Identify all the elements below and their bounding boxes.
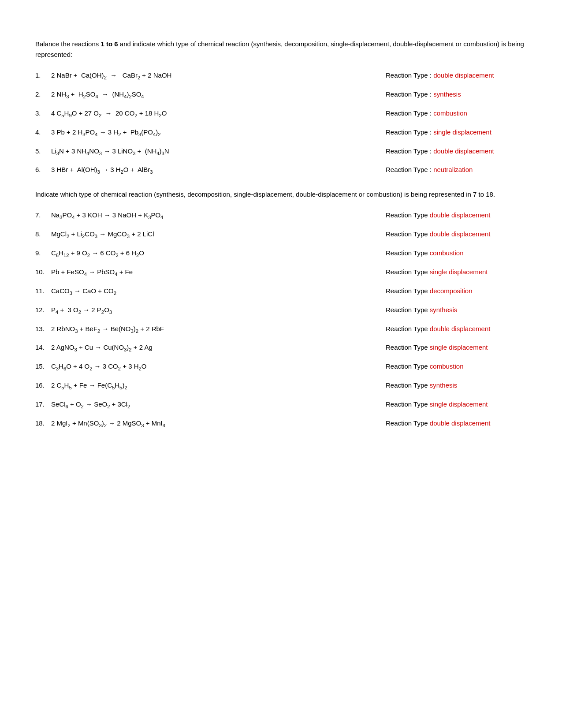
reaction-number: 9.	[35, 248, 51, 258]
reaction-equation: Li3N + 3 NH4NO3 → 3 LiNO3 + (NH4)3N	[51, 146, 377, 157]
reaction-type: Reaction Type combustion	[377, 248, 527, 258]
reaction-row-17: 17. SeCl6 + O2 → SeO2 + 3Cl2 Reaction Ty…	[35, 399, 527, 411]
reaction-row-10: 10. Pb + FeSO4 → PbSO4 + Fe Reaction Typ…	[35, 267, 527, 278]
reaction-type: Reaction Type double displacement	[377, 210, 527, 220]
reaction-number: 5.	[35, 146, 51, 157]
reaction-number: 1.	[35, 71, 51, 81]
reaction-number: 11.	[35, 286, 51, 296]
reaction-type: Reaction Type : combustion	[377, 108, 527, 119]
reaction-row-6: 6. 3 HBr + Al(OH)3 → 3 H2O + AlBr3 React…	[35, 165, 527, 176]
intro-paragraph: Balance the reactions 1 to 6 and indicat…	[35, 39, 527, 60]
reaction-equation: P4 + 3 O2 → 2 P2O3	[51, 305, 377, 316]
reaction-number: 14.	[35, 343, 51, 353]
reaction-number: 17.	[35, 399, 51, 410]
reaction-row-8: 8. MgCl2 + Li2CO3 → MgCO3 + 2 LiCl React…	[35, 229, 527, 240]
reaction-equation: 2 AgNO3 + Cu → Cu(NO3)2 + 2 Ag	[51, 343, 377, 354]
reaction-type: Reaction Type single displacement	[377, 399, 527, 410]
reaction-row-5: 5. Li3N + 3 NH4NO3 → 3 LiNO3 + (NH4)3N R…	[35, 146, 527, 157]
reaction-row-11: 11. CaCO3 → CaO + CO2 Reaction Type deco…	[35, 286, 527, 297]
reaction-number: 7.	[35, 210, 51, 220]
reaction-equation: C3H6O + 4 O2 → 3 CO2 + 3 H2O	[51, 362, 377, 373]
reaction-row-16: 16. 2 C5H5 + Fe → Fe(C5H5)2 Reaction Typ…	[35, 381, 527, 392]
reaction-equation: 2 NH3 + H2SO4 → (NH4)2SO4	[51, 90, 377, 101]
reaction-row-18: 18. 2 MgI2 + Mn(SO3)2 → 2 MgSO3 + MnI4 R…	[35, 418, 527, 429]
reaction-row-4: 4. 3 Pb + 2 H3PO4 → 3 H2 + Pb3(PO4)2 Rea…	[35, 127, 527, 138]
reaction-equation: 3 Pb + 2 H3PO4 → 3 H2 + Pb3(PO4)2	[51, 127, 377, 138]
reaction-row-13: 13. 2 RbNO3 + BeF2 → Be(NO3)2 + 2 RbF Re…	[35, 324, 527, 335]
reaction-number: 2.	[35, 90, 51, 100]
reaction-number: 4.	[35, 127, 51, 138]
reaction-number: 10.	[35, 267, 51, 277]
reaction-number: 3.	[35, 108, 51, 119]
reaction-row-14: 14. 2 AgNO3 + Cu → Cu(NO3)2 + 2 Ag React…	[35, 343, 527, 354]
reaction-type: Reaction Type single displacement	[377, 267, 527, 277]
reaction-equation: MgCl2 + Li2CO3 → MgCO3 + 2 LiCl	[51, 229, 377, 240]
reaction-row-15: 15. C3H6O + 4 O2 → 3 CO2 + 3 H2O Reactio…	[35, 362, 527, 373]
reaction-number: 18.	[35, 418, 51, 429]
reaction-type: Reaction Type double displacement	[377, 418, 527, 429]
reaction-equation: CaCO3 → CaO + CO2	[51, 286, 377, 297]
reaction-type: Reaction Type : synthesis	[377, 90, 527, 100]
reaction-equation: 4 C5H9O + 27 O2 → 20 CO2 + 18 H2O	[51, 108, 377, 119]
reaction-row-12: 12. P4 + 3 O2 → 2 P2O3 Reaction Type syn…	[35, 305, 527, 316]
reaction-type: Reaction Type decomposition	[377, 286, 527, 296]
reaction-type: Reaction Type combustion	[377, 362, 527, 372]
reaction-number: 13.	[35, 324, 51, 334]
reaction-equation: SeCl6 + O2 → SeO2 + 3Cl2	[51, 399, 377, 411]
reaction-type: Reaction Type : double displacement	[377, 146, 527, 157]
reaction-equation: 2 MgI2 + Mn(SO3)2 → 2 MgSO3 + MnI4	[51, 418, 377, 429]
reaction-number: 15.	[35, 362, 51, 372]
reaction-row-2: 2. 2 NH3 + H2SO4 → (NH4)2SO4 Reaction Ty…	[35, 90, 527, 101]
reactions-section-2: 7. Na3PO4 + 3 KOH → 3 NaOH + K3PO4 React…	[35, 210, 527, 429]
reactions-section-1: 1. 2 NaBr + Ca(OH)2 → CaBr2 + 2 NaOH Rea…	[35, 71, 527, 176]
section2-intro: Indicate which type of chemical reaction…	[35, 189, 527, 200]
reaction-type: Reaction Type double displacement	[377, 229, 527, 239]
reaction-number: 8.	[35, 229, 51, 239]
reaction-equation: 2 RbNO3 + BeF2 → Be(NO3)2 + 2 RbF	[51, 324, 377, 335]
reaction-row-7: 7. Na3PO4 + 3 KOH → 3 NaOH + K3PO4 React…	[35, 210, 527, 221]
reaction-number: 16.	[35, 381, 51, 391]
reaction-type: Reaction Type synthesis	[377, 381, 527, 391]
reaction-type: Reaction Type : double displacement	[377, 71, 527, 81]
reaction-equation: Na3PO4 + 3 KOH → 3 NaOH + K3PO4	[51, 210, 377, 221]
reaction-number: 6.	[35, 165, 51, 175]
reaction-equation: 2 NaBr + Ca(OH)2 → CaBr2 + 2 NaOH	[51, 71, 377, 82]
reaction-row-3: 3. 4 C5H9O + 27 O2 → 20 CO2 + 18 H2O Rea…	[35, 108, 527, 119]
reaction-row-1: 1. 2 NaBr + Ca(OH)2 → CaBr2 + 2 NaOH Rea…	[35, 71, 527, 82]
reaction-type: Reaction Type single displacement	[377, 343, 527, 353]
reaction-type: Reaction Type double displacement	[377, 324, 527, 334]
reaction-row-9: 9. C6H12 + 9 O2 → 6 CO2 + 6 H2O Reaction…	[35, 248, 527, 259]
reaction-type: Reaction Type synthesis	[377, 305, 527, 315]
reaction-equation: C6H12 + 9 O2 → 6 CO2 + 6 H2O	[51, 248, 377, 259]
reaction-equation: Pb + FeSO4 → PbSO4 + Fe	[51, 267, 377, 278]
reaction-equation: 2 C5H5 + Fe → Fe(C5H5)2	[51, 381, 377, 392]
reaction-number: 12.	[35, 305, 51, 315]
reaction-equation: 3 HBr + Al(OH)3 → 3 H2O + AlBr3	[51, 165, 377, 176]
reaction-type: Reaction Type : single displacement	[377, 127, 527, 138]
reaction-type: Reaction Type : neutralization	[377, 165, 527, 175]
